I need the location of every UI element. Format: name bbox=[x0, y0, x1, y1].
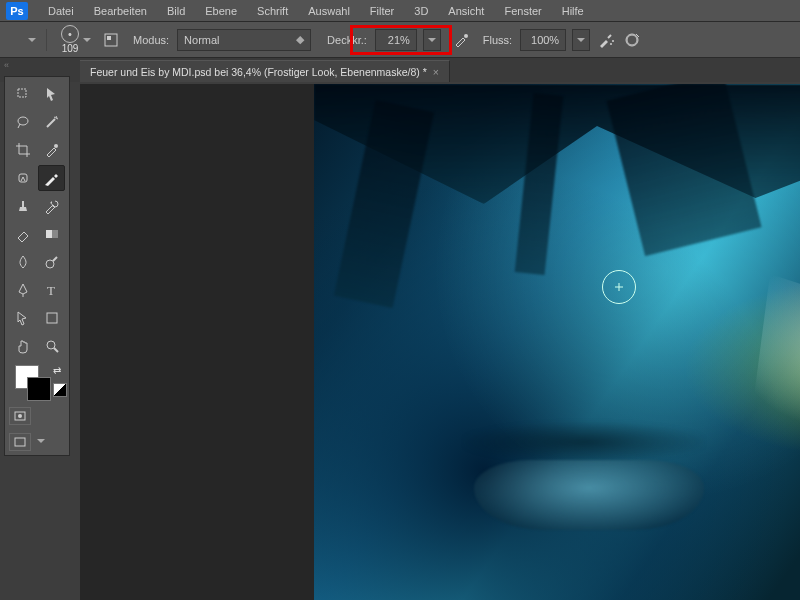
flow-dropdown[interactable] bbox=[572, 29, 590, 51]
opacity-field[interactable]: 21% bbox=[375, 29, 417, 51]
hand-tool[interactable] bbox=[9, 333, 36, 359]
menu-view[interactable]: Ansicht bbox=[438, 2, 494, 20]
shape-tool[interactable] bbox=[38, 305, 65, 331]
screen-mode-button[interactable] bbox=[9, 433, 31, 451]
menu-edit[interactable]: Bearbeiten bbox=[84, 2, 157, 20]
quickmask-toggle[interactable] bbox=[9, 407, 31, 425]
magic-wand-tool[interactable] bbox=[38, 109, 65, 135]
history-brush-tool[interactable] bbox=[38, 193, 65, 219]
gradient-tool[interactable] bbox=[38, 221, 65, 247]
artwork-region bbox=[474, 460, 704, 530]
blend-mode-value: Normal bbox=[184, 34, 284, 46]
svg-rect-16 bbox=[47, 313, 57, 323]
type-tool[interactable]: T bbox=[38, 277, 65, 303]
svg-point-17 bbox=[47, 341, 55, 349]
chevron-down-icon bbox=[428, 38, 436, 42]
svg-point-3 bbox=[610, 43, 612, 45]
svg-rect-1 bbox=[107, 36, 111, 40]
zoom-tool[interactable] bbox=[38, 333, 65, 359]
menu-bar: Ps Datei Bearbeiten Bild Ebene Schrift A… bbox=[0, 0, 800, 22]
tool-preset-dropdown-icon[interactable] bbox=[28, 38, 36, 42]
tablet-size-icon[interactable] bbox=[622, 30, 642, 50]
brush-tip-icon: • bbox=[61, 25, 79, 43]
svg-point-19 bbox=[18, 414, 22, 418]
svg-point-2 bbox=[464, 34, 468, 38]
menu-file[interactable]: Datei bbox=[38, 2, 84, 20]
tablet-opacity-icon[interactable] bbox=[451, 30, 471, 50]
clone-stamp-tool[interactable] bbox=[9, 193, 36, 219]
svg-point-14 bbox=[46, 260, 54, 268]
svg-point-5 bbox=[626, 34, 638, 46]
menu-filter[interactable]: Filter bbox=[360, 2, 404, 20]
brush-panel-toggle-icon[interactable] bbox=[101, 30, 121, 50]
svg-point-8 bbox=[18, 117, 28, 125]
dock-grip[interactable]: « bbox=[4, 60, 14, 70]
background-color-swatch[interactable] bbox=[27, 377, 51, 401]
swap-colors-icon[interactable]: ⇄ bbox=[53, 365, 61, 376]
arrow-tool[interactable] bbox=[38, 81, 65, 107]
brush-cursor-icon bbox=[602, 270, 636, 304]
artwork-region bbox=[714, 274, 800, 444]
brush-preset-picker[interactable]: • 109 bbox=[57, 24, 95, 55]
mode-label: Modus: bbox=[127, 34, 171, 46]
svg-text:T: T bbox=[47, 283, 55, 298]
menu-layer[interactable]: Ebene bbox=[195, 2, 247, 20]
eraser-tool[interactable] bbox=[9, 221, 36, 247]
menu-type[interactable]: Schrift bbox=[247, 2, 298, 20]
chevron-down-icon bbox=[83, 38, 91, 42]
lasso-tool[interactable] bbox=[9, 109, 36, 135]
blur-tool[interactable] bbox=[9, 249, 36, 275]
airbrush-icon[interactable] bbox=[596, 30, 616, 50]
brush-tool[interactable] bbox=[38, 165, 65, 191]
document-canvas[interactable] bbox=[314, 84, 800, 600]
chevron-down-icon[interactable] bbox=[37, 439, 45, 443]
blend-mode-dropdown[interactable]: Normal ◆ bbox=[177, 29, 311, 51]
document-tab-bar: Feuer und Eis by MDI.psd bei 36,4% (Fros… bbox=[0, 58, 800, 82]
svg-rect-7 bbox=[18, 89, 26, 97]
app-logo[interactable]: Ps bbox=[6, 2, 28, 20]
color-swatches[interactable]: ⇄ bbox=[9, 365, 65, 399]
healing-brush-tool[interactable] bbox=[9, 165, 36, 191]
move-tool[interactable] bbox=[9, 81, 36, 107]
canvas-area[interactable] bbox=[80, 84, 800, 600]
quickmask-row bbox=[9, 401, 65, 425]
options-bar: • 109 Modus: Normal ◆ Deckkr.: 21% Fluss… bbox=[0, 22, 800, 58]
opacity-label: Deckkr.: bbox=[321, 34, 369, 46]
pen-tool[interactable] bbox=[9, 277, 36, 303]
default-colors-icon[interactable] bbox=[53, 383, 67, 397]
document-tab-title: Feuer und Eis by MDI.psd bei 36,4% (Fros… bbox=[90, 66, 427, 78]
flow-value: 100% bbox=[527, 34, 559, 46]
flow-label: Fluss: bbox=[477, 34, 514, 46]
path-select-tool[interactable] bbox=[9, 305, 36, 331]
svg-rect-20 bbox=[15, 438, 25, 446]
menu-image[interactable]: Bild bbox=[157, 2, 195, 20]
flow-field[interactable]: 100% bbox=[520, 29, 566, 51]
brush-size-value: 109 bbox=[62, 43, 79, 54]
svg-rect-11 bbox=[22, 201, 24, 207]
document-tab[interactable]: Feuer und Eis by MDI.psd bei 36,4% (Fros… bbox=[80, 60, 450, 82]
screenmode-row bbox=[9, 427, 65, 451]
svg-point-9 bbox=[54, 144, 58, 148]
menu-help[interactable]: Hilfe bbox=[552, 2, 594, 20]
tools-panel: T ⇄ bbox=[4, 76, 70, 456]
separator bbox=[46, 29, 47, 51]
opacity-group: Deckkr.: 21% bbox=[317, 27, 445, 53]
svg-rect-13 bbox=[46, 230, 52, 238]
svg-point-6 bbox=[627, 35, 637, 45]
current-tool-icon[interactable] bbox=[14, 31, 22, 49]
opacity-dropdown[interactable] bbox=[423, 29, 441, 51]
dodge-tool[interactable] bbox=[38, 249, 65, 275]
chevron-down-icon bbox=[577, 38, 585, 42]
svg-point-4 bbox=[612, 40, 614, 42]
artwork-region bbox=[464, 422, 704, 462]
menu-select[interactable]: Auswahl bbox=[298, 2, 360, 20]
menu-3d[interactable]: 3D bbox=[404, 2, 438, 20]
close-icon[interactable]: × bbox=[433, 66, 439, 78]
menu-window[interactable]: Fenster bbox=[494, 2, 551, 20]
crop-tool[interactable] bbox=[9, 137, 36, 163]
opacity-value: 21% bbox=[382, 34, 410, 46]
eyedropper-tool[interactable] bbox=[38, 137, 65, 163]
